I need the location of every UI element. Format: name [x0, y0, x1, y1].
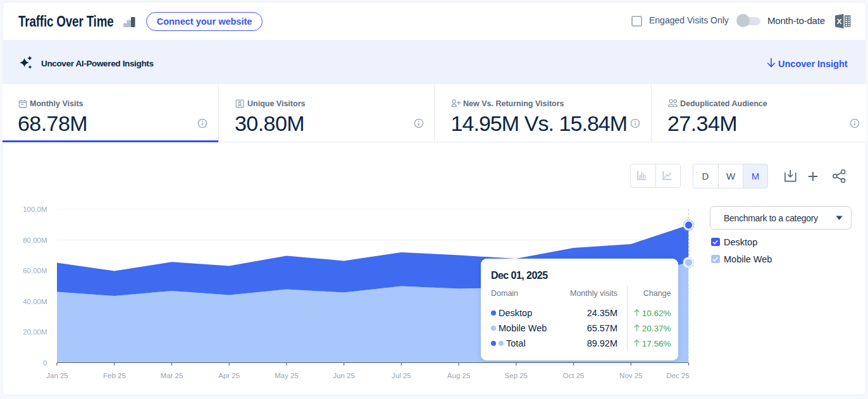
svg-text:40.00M: 40.00M	[23, 298, 47, 305]
svg-text:Apr 25: Apr 25	[218, 372, 240, 379]
svg-text:Nov 25: Nov 25	[619, 372, 642, 379]
svg-text:Jan 25: Jan 25	[46, 372, 68, 379]
svg-text:0: 0	[43, 359, 47, 367]
svg-text:Feb 25: Feb 25	[103, 372, 126, 379]
svg-text:Jul 25: Jul 25	[392, 372, 411, 379]
svg-text:May 25: May 25	[275, 372, 299, 379]
svg-text:Mar 25: Mar 25	[161, 372, 183, 379]
svg-text:Dec 25: Dec 25	[666, 372, 689, 379]
svg-text:Jun 25: Jun 25	[333, 372, 355, 379]
svg-text:Aug 25: Aug 25	[447, 372, 470, 379]
svg-text:20.00M: 20.00M	[23, 328, 47, 336]
svg-text:60.00M: 60.00M	[23, 267, 47, 274]
svg-text:80.00M: 80.00M	[23, 236, 47, 244]
svg-text:100.0M: 100.0M	[23, 206, 47, 213]
svg-text:Oct 25: Oct 25	[563, 372, 585, 379]
svg-text:Sep 25: Sep 25	[505, 372, 528, 379]
